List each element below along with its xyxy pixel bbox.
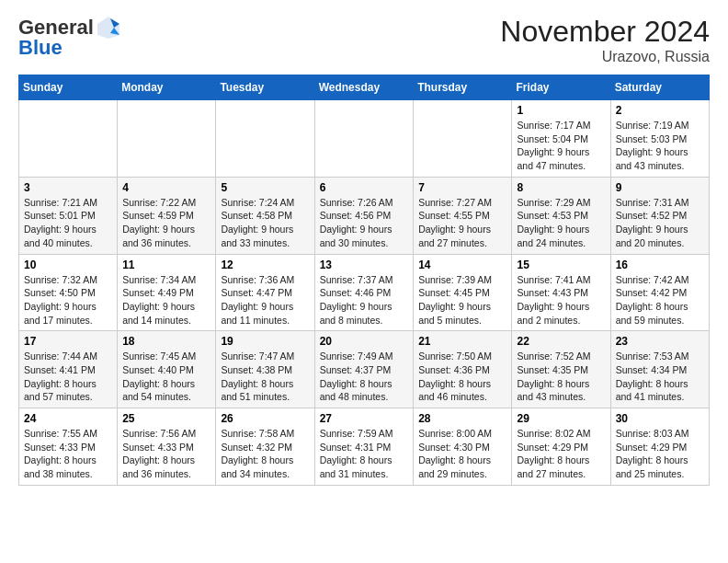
calendar-week-2: 3Sunrise: 7:21 AM Sunset: 5:01 PM Daylig… — [19, 177, 710, 254]
day-info: Sunrise: 8:02 AM Sunset: 4:29 PM Dayligh… — [517, 427, 605, 481]
table-row: 18Sunrise: 7:45 AM Sunset: 4:40 PM Dayli… — [118, 331, 216, 408]
day-info: Sunrise: 7:41 AM Sunset: 4:43 PM Dayligh… — [517, 273, 605, 327]
calendar-week-1: 1Sunrise: 7:17 AM Sunset: 5:04 PM Daylig… — [19, 100, 710, 178]
day-number: 26 — [221, 412, 309, 425]
table-row: 14Sunrise: 7:39 AM Sunset: 4:45 PM Dayli… — [414, 254, 512, 331]
day-number: 10 — [24, 259, 112, 271]
col-saturday: Saturday — [610, 75, 709, 100]
table-row — [414, 100, 512, 178]
table-row: 28Sunrise: 8:00 AM Sunset: 4:30 PM Dayli… — [414, 408, 512, 486]
day-number: 8 — [517, 181, 605, 194]
day-number: 4 — [122, 181, 210, 194]
day-number: 5 — [221, 181, 309, 194]
table-row — [19, 100, 118, 178]
table-row: 8Sunrise: 7:29 AM Sunset: 4:53 PM Daylig… — [512, 177, 610, 254]
day-info: Sunrise: 7:59 AM Sunset: 4:31 PM Dayligh… — [320, 427, 409, 481]
table-row — [216, 100, 314, 178]
day-number: 1 — [517, 104, 605, 117]
day-number: 22 — [517, 335, 605, 348]
table-row: 10Sunrise: 7:32 AM Sunset: 4:50 PM Dayli… — [19, 254, 118, 331]
location: Urazovo, Russia — [500, 49, 710, 65]
day-number: 30 — [616, 412, 704, 425]
table-row: 11Sunrise: 7:34 AM Sunset: 4:49 PM Dayli… — [118, 254, 216, 331]
day-info: Sunrise: 7:27 AM Sunset: 4:55 PM Dayligh… — [418, 196, 506, 250]
day-info: Sunrise: 8:00 AM Sunset: 4:30 PM Dayligh… — [418, 427, 506, 481]
day-number: 6 — [320, 181, 409, 194]
day-info: Sunrise: 7:29 AM Sunset: 4:53 PM Dayligh… — [517, 196, 605, 250]
table-row: 2Sunrise: 7:19 AM Sunset: 5:03 PM Daylig… — [610, 100, 709, 178]
day-number: 29 — [517, 412, 605, 425]
svg-marker-0 — [97, 17, 119, 39]
day-number: 23 — [616, 335, 704, 348]
day-info: Sunrise: 7:44 AM Sunset: 4:41 PM Dayligh… — [24, 350, 112, 404]
day-info: Sunrise: 7:47 AM Sunset: 4:38 PM Dayligh… — [221, 350, 309, 404]
calendar-header-row: Sunday Monday Tuesday Wednesday Thursday… — [19, 75, 710, 100]
table-row: 1Sunrise: 7:17 AM Sunset: 5:04 PM Daylig… — [512, 100, 610, 178]
month-title: November 2024 — [500, 15, 710, 49]
day-info: Sunrise: 8:03 AM Sunset: 4:29 PM Dayligh… — [616, 427, 704, 481]
table-row: 20Sunrise: 7:49 AM Sunset: 4:37 PM Dayli… — [314, 331, 414, 408]
table-row: 3Sunrise: 7:21 AM Sunset: 5:01 PM Daylig… — [19, 177, 118, 254]
table-row — [118, 100, 216, 178]
logo: General Blue — [18, 15, 121, 59]
col-sunday: Sunday — [19, 75, 118, 100]
day-info: Sunrise: 7:56 AM Sunset: 4:33 PM Dayligh… — [122, 427, 210, 481]
day-info: Sunrise: 7:50 AM Sunset: 4:36 PM Dayligh… — [418, 350, 506, 404]
logo-icon — [96, 15, 121, 40]
table-row: 17Sunrise: 7:44 AM Sunset: 4:41 PM Dayli… — [19, 331, 118, 408]
table-row: 23Sunrise: 7:53 AM Sunset: 4:34 PM Dayli… — [610, 331, 709, 408]
table-row: 29Sunrise: 8:02 AM Sunset: 4:29 PM Dayli… — [512, 408, 610, 486]
calendar-week-5: 24Sunrise: 7:55 AM Sunset: 4:33 PM Dayli… — [19, 408, 710, 486]
table-row: 16Sunrise: 7:42 AM Sunset: 4:42 PM Dayli… — [610, 254, 709, 331]
day-info: Sunrise: 7:22 AM Sunset: 4:59 PM Dayligh… — [122, 196, 210, 250]
table-row: 7Sunrise: 7:27 AM Sunset: 4:55 PM Daylig… — [414, 177, 512, 254]
day-number: 27 — [320, 412, 409, 425]
day-number: 24 — [24, 412, 112, 425]
day-info: Sunrise: 7:36 AM Sunset: 4:47 PM Dayligh… — [221, 273, 309, 327]
day-info: Sunrise: 7:32 AM Sunset: 4:50 PM Dayligh… — [24, 273, 112, 327]
table-row: 21Sunrise: 7:50 AM Sunset: 4:36 PM Dayli… — [414, 331, 512, 408]
day-info: Sunrise: 7:39 AM Sunset: 4:45 PM Dayligh… — [418, 273, 506, 327]
table-row: 9Sunrise: 7:31 AM Sunset: 4:52 PM Daylig… — [610, 177, 709, 254]
day-info: Sunrise: 7:37 AM Sunset: 4:46 PM Dayligh… — [320, 273, 409, 327]
table-row: 5Sunrise: 7:24 AM Sunset: 4:58 PM Daylig… — [216, 177, 314, 254]
table-row: 30Sunrise: 8:03 AM Sunset: 4:29 PM Dayli… — [610, 408, 709, 486]
day-info: Sunrise: 7:58 AM Sunset: 4:32 PM Dayligh… — [221, 427, 309, 481]
day-number: 18 — [122, 335, 210, 348]
col-friday: Friday — [512, 75, 610, 100]
day-info: Sunrise: 7:21 AM Sunset: 5:01 PM Dayligh… — [24, 196, 112, 250]
calendar-table: Sunday Monday Tuesday Wednesday Thursday… — [18, 75, 710, 486]
day-number: 12 — [221, 259, 309, 271]
day-info: Sunrise: 7:26 AM Sunset: 4:56 PM Dayligh… — [320, 196, 409, 250]
day-number: 17 — [24, 335, 112, 348]
day-number: 3 — [24, 181, 112, 194]
day-number: 2 — [616, 104, 704, 117]
table-row: 24Sunrise: 7:55 AM Sunset: 4:33 PM Dayli… — [19, 408, 118, 486]
day-info: Sunrise: 7:19 AM Sunset: 5:03 PM Dayligh… — [616, 119, 704, 173]
day-number: 15 — [517, 259, 605, 271]
page-container: General Blue November 2024 Urazovo, Russ… — [0, 0, 728, 495]
day-info: Sunrise: 7:42 AM Sunset: 4:42 PM Dayligh… — [616, 273, 704, 327]
calendar-week-3: 10Sunrise: 7:32 AM Sunset: 4:50 PM Dayli… — [19, 254, 710, 331]
day-info: Sunrise: 7:24 AM Sunset: 4:58 PM Dayligh… — [221, 196, 309, 250]
day-info: Sunrise: 7:55 AM Sunset: 4:33 PM Dayligh… — [24, 427, 112, 481]
day-number: 28 — [418, 412, 506, 425]
day-number: 13 — [320, 259, 409, 271]
col-wednesday: Wednesday — [314, 75, 414, 100]
table-row: 4Sunrise: 7:22 AM Sunset: 4:59 PM Daylig… — [118, 177, 216, 254]
table-row: 22Sunrise: 7:52 AM Sunset: 4:35 PM Dayli… — [512, 331, 610, 408]
day-info: Sunrise: 7:45 AM Sunset: 4:40 PM Dayligh… — [122, 350, 210, 404]
day-number: 9 — [616, 181, 704, 194]
day-info: Sunrise: 7:49 AM Sunset: 4:37 PM Dayligh… — [320, 350, 409, 404]
day-info: Sunrise: 7:52 AM Sunset: 4:35 PM Dayligh… — [517, 350, 605, 404]
table-row: 19Sunrise: 7:47 AM Sunset: 4:38 PM Dayli… — [216, 331, 314, 408]
table-row: 26Sunrise: 7:58 AM Sunset: 4:32 PM Dayli… — [216, 408, 314, 486]
table-row: 13Sunrise: 7:37 AM Sunset: 4:46 PM Dayli… — [314, 254, 414, 331]
day-number: 16 — [616, 259, 704, 271]
calendar-week-4: 17Sunrise: 7:44 AM Sunset: 4:41 PM Dayli… — [19, 331, 710, 408]
day-number: 20 — [320, 335, 409, 348]
table-row: 15Sunrise: 7:41 AM Sunset: 4:43 PM Dayli… — [512, 254, 610, 331]
day-number: 14 — [418, 259, 506, 271]
day-number: 11 — [122, 259, 210, 271]
day-number: 25 — [122, 412, 210, 425]
